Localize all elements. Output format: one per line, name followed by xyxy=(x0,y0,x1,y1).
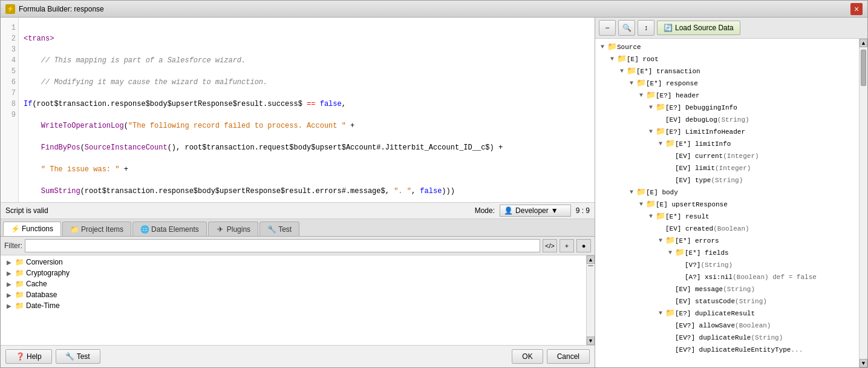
tree-item-limitinfoheader[interactable]: ▼ 📁 [E?] LimitInfoHeader xyxy=(595,126,859,138)
tree-item-debuglog[interactable]: [EV] debugLog (String) xyxy=(595,114,859,126)
tree-item-duplicaterule[interactable]: [EV?] duplicateRule (String) xyxy=(595,332,859,344)
position-indicator: 9 : 9 xyxy=(576,206,590,215)
list-item[interactable]: ▶ 📁 Cache xyxy=(1,278,586,289)
tree-item-xsinil[interactable]: [A?] xsi:nil (Boolean) def = false xyxy=(595,271,859,283)
tree-item-body[interactable]: ▼ 📁 [E] body xyxy=(595,186,859,199)
filter-label: Filter: xyxy=(4,242,22,250)
sort-button[interactable]: ↕ xyxy=(638,20,654,36)
expand-icon[interactable]: ▼ xyxy=(607,54,617,64)
tree-item-statuscode[interactable]: [EV] statusCode (String) xyxy=(595,295,859,307)
tab-data-elements[interactable]: 🌐 Data Elements xyxy=(132,222,207,236)
tab-test[interactable]: 🔧 Test xyxy=(259,222,299,236)
tab-test-label: Test xyxy=(278,225,292,234)
tree-item-source[interactable]: ▼ 📁 Source xyxy=(595,41,859,53)
ok-button[interactable]: OK xyxy=(512,349,543,364)
tree-scrollbar[interactable]: ▲ ▼ xyxy=(859,39,867,367)
tree-item-v-string[interactable]: [V?] (String) xyxy=(595,259,859,271)
source-tree: ▼ 📁 Source ▼ 📁 [E] root ▼ 📁 xyxy=(595,39,859,367)
expand-icon[interactable]: ▼ xyxy=(598,42,607,52)
code-view-button[interactable]: </> xyxy=(543,239,557,252)
expand-icon[interactable]: ▼ xyxy=(656,309,665,318)
filter-input[interactable] xyxy=(25,239,540,252)
folder-icon: 📁 xyxy=(656,212,665,222)
tree-item-debugginginfo[interactable]: ▼ 📁 [E?] DebuggingInfo xyxy=(595,102,859,114)
expand-icon[interactable]: ▼ xyxy=(617,67,627,76)
tree-type: (String) xyxy=(751,332,783,343)
scroll-down-arrow[interactable]: ▼ xyxy=(587,337,595,345)
scroll-thumb[interactable] xyxy=(861,50,866,86)
tree-item-errors[interactable]: ▼ 📁 [E*] errors xyxy=(595,235,859,247)
list-scrollbar[interactable]: ▲ ▼ xyxy=(586,255,595,345)
functions-icon: ⚡ xyxy=(11,225,19,233)
tab-plugins[interactable]: ✈ Plugins xyxy=(208,222,258,236)
expand-icon[interactable]: ▼ xyxy=(636,200,646,209)
tree-item-created[interactable]: [EV] created (Boolean) xyxy=(595,223,859,235)
help-button[interactable]: ❓ Help xyxy=(5,349,52,364)
tree-item-allowsave[interactable]: [EV?] allowSave (Boolean) xyxy=(595,320,859,332)
code-editor[interactable]: <trans> // This mapping is part of a Sal… xyxy=(19,18,595,202)
mode-value: Developer xyxy=(515,206,549,215)
cancel-label: Cancel xyxy=(557,352,579,361)
list-item[interactable]: ▶ 📁 Database xyxy=(1,289,586,300)
tree-item-upsertresponse[interactable]: ▼ 📁 [E] upsertResponse xyxy=(595,199,859,211)
expand-icon[interactable]: ▼ xyxy=(656,139,665,149)
source-tree-wrap: ▼ 📁 Source ▼ 📁 [E] root ▼ 📁 xyxy=(595,39,867,367)
expand-icon[interactable]: ▼ xyxy=(627,79,636,88)
folder-icon: 📁 xyxy=(15,291,24,299)
tree-item-root[interactable]: ▼ 📁 [E] root xyxy=(595,53,859,65)
tree-item-duplicateresult[interactable]: ▼ 📁 [E?] duplicateResult xyxy=(595,307,859,320)
scroll-down-arrow[interactable]: ▼ xyxy=(860,359,867,367)
left-panel: 123456789 <trans> // This mapping is par… xyxy=(1,18,595,367)
tree-item-duplicateruleentitytype[interactable]: [EV?] duplicateRuleEntityType ... xyxy=(595,344,859,356)
tree-item-fields[interactable]: ▼ 📁 [E*] fields xyxy=(595,247,859,259)
expand-icon[interactable]: ▼ xyxy=(646,127,656,137)
close-button[interactable]: × xyxy=(850,3,863,15)
list-item[interactable]: ▶ 📁 Conversion xyxy=(1,257,586,268)
scroll-up-arrow[interactable]: ▲ xyxy=(860,39,867,47)
tree-label: [E?] DebuggingInfo xyxy=(665,102,737,113)
add-button[interactable]: + xyxy=(560,239,574,252)
test-button[interactable]: 🔧 Test xyxy=(56,349,100,364)
right-panel: − 🔍 ↕ 🔄 Load Source Data ▼ 📁 Source xyxy=(595,18,867,367)
expand-icon: ▶ xyxy=(5,269,13,277)
collapse-button[interactable]: − xyxy=(599,20,616,36)
ok-label: OK xyxy=(522,352,532,361)
expand-icon[interactable]: ▼ xyxy=(627,188,636,197)
tree-item-transaction[interactable]: ▼ 📁 [E*] transaction xyxy=(595,65,859,77)
right-toolbar: − 🔍 ↕ 🔄 Load Source Data xyxy=(595,18,867,39)
scroll-track xyxy=(587,264,595,337)
tree-label: [V?] xyxy=(685,260,700,271)
folder-icon: 📁 xyxy=(607,42,617,52)
tree-type: (String) xyxy=(700,260,733,271)
cancel-button[interactable]: Cancel xyxy=(547,349,590,364)
tree-item-message[interactable]: [EV] message (String) xyxy=(595,283,859,295)
item-label: Database xyxy=(26,291,57,299)
tree-item-limitinfo[interactable]: ▼ 📁 [E*] limitInfo xyxy=(595,138,859,150)
tab-functions[interactable]: ⚡ Functions xyxy=(3,222,61,236)
tab-project-items[interactable]: 📁 Project Items xyxy=(62,222,131,236)
scroll-up-arrow[interactable]: ▲ xyxy=(587,255,595,264)
tab-plugins-label: Plugins xyxy=(227,225,250,234)
expand-icon[interactable]: ▼ xyxy=(656,236,665,246)
expand-icon[interactable]: ▼ xyxy=(646,212,656,222)
tree-item-result[interactable]: ▼ 📁 [E*] result xyxy=(595,211,859,223)
mode-icon: 👤 xyxy=(504,206,513,215)
tree-label: [EV?] duplicateRule xyxy=(675,332,751,343)
load-source-label: Load Source Data xyxy=(675,24,734,32)
list-item[interactable]: ▶ 📁 Date-Time xyxy=(1,300,586,311)
settings-button[interactable]: ● xyxy=(576,239,591,252)
mode-dropdown[interactable]: 👤 Developer ▼ xyxy=(500,205,571,217)
expand-icon[interactable]: ▼ xyxy=(636,91,646,100)
list-item[interactable]: ▶ 📁 Cryptography xyxy=(1,268,586,278)
tree-item-limit[interactable]: [EV] limit (Integer) xyxy=(595,162,859,174)
tree-label: [E] root xyxy=(627,54,659,65)
tree-item-response[interactable]: ▼ 📁 [E*] response xyxy=(595,77,859,90)
load-source-button[interactable]: 🔄 Load Source Data xyxy=(657,21,740,35)
search-button[interactable]: 🔍 xyxy=(618,20,635,36)
tree-item-header[interactable]: ▼ 📁 [E?] header xyxy=(595,90,859,102)
tree-item-current[interactable]: [EV] current (Integer) xyxy=(595,150,859,162)
expand-icon[interactable]: ▼ xyxy=(646,103,656,113)
scroll-thumb[interactable] xyxy=(588,265,593,266)
expand-icon[interactable]: ▼ xyxy=(665,248,675,258)
tree-item-type[interactable]: [EV] type (String) xyxy=(595,174,859,186)
